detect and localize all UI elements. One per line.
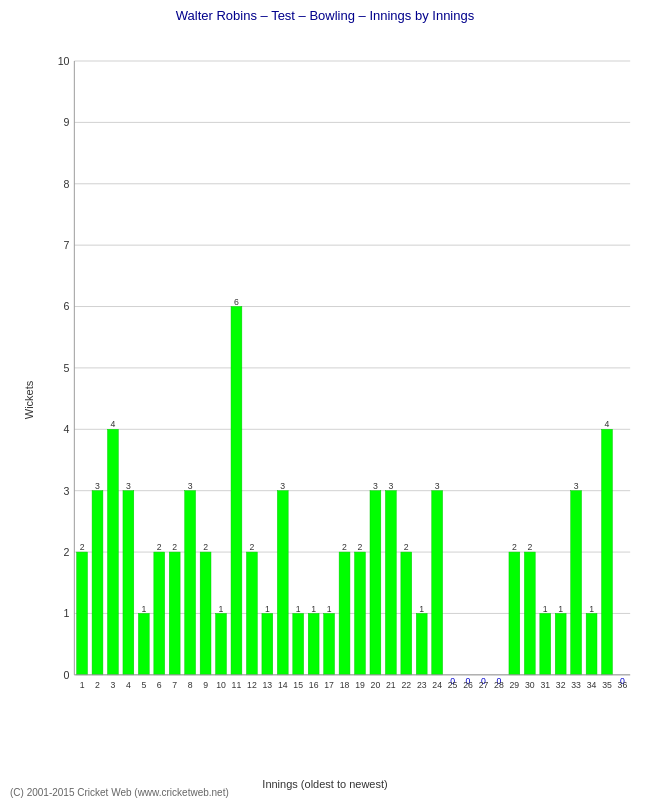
svg-text:33: 33	[571, 680, 581, 690]
svg-text:1: 1	[64, 607, 70, 619]
svg-text:31: 31	[540, 680, 550, 690]
svg-text:1: 1	[327, 604, 332, 614]
svg-rect-79	[370, 491, 381, 675]
svg-rect-64	[293, 613, 304, 674]
svg-text:20: 20	[371, 680, 381, 690]
svg-text:6: 6	[234, 297, 239, 307]
svg-rect-28	[108, 429, 119, 675]
svg-text:26: 26	[463, 680, 473, 690]
svg-rect-34	[138, 613, 149, 674]
chart-svg: 0123456789102132433415262738291106112121…	[55, 40, 635, 720]
svg-text:8: 8	[64, 178, 70, 190]
svg-text:3: 3	[435, 481, 440, 491]
svg-rect-102	[509, 552, 520, 675]
svg-text:14: 14	[278, 680, 288, 690]
svg-text:3: 3	[188, 481, 193, 491]
svg-text:10: 10	[216, 680, 226, 690]
svg-text:5: 5	[64, 362, 70, 374]
svg-text:10: 10	[58, 55, 70, 67]
svg-text:4: 4	[64, 423, 70, 435]
svg-text:1: 1	[589, 604, 594, 614]
svg-rect-73	[339, 552, 350, 675]
svg-text:3: 3	[373, 481, 378, 491]
svg-text:3: 3	[388, 481, 393, 491]
svg-text:2: 2	[203, 542, 208, 552]
svg-text:7: 7	[64, 239, 70, 251]
svg-text:30: 30	[525, 680, 535, 690]
svg-rect-82	[385, 491, 396, 675]
svg-rect-31	[123, 491, 134, 675]
chart-area: 0123456789102132433415262738291106112121…	[55, 40, 635, 720]
svg-text:2: 2	[527, 542, 532, 552]
svg-text:8: 8	[188, 680, 193, 690]
svg-text:21: 21	[386, 680, 396, 690]
svg-text:2: 2	[157, 542, 162, 552]
svg-rect-49	[216, 613, 227, 674]
svg-text:2: 2	[404, 542, 409, 552]
svg-text:4: 4	[605, 419, 610, 429]
svg-text:6: 6	[64, 300, 70, 312]
svg-text:3: 3	[64, 485, 70, 497]
svg-text:9: 9	[64, 116, 70, 128]
svg-rect-117	[586, 613, 597, 674]
svg-text:23: 23	[417, 680, 427, 690]
svg-text:35: 35	[602, 680, 612, 690]
svg-rect-40	[169, 552, 180, 675]
svg-text:27: 27	[479, 680, 489, 690]
svg-rect-37	[154, 552, 165, 675]
svg-text:28: 28	[494, 680, 504, 690]
svg-text:1: 1	[141, 604, 146, 614]
svg-rect-46	[200, 552, 211, 675]
svg-text:2: 2	[342, 542, 347, 552]
svg-rect-91	[432, 491, 443, 675]
chart-title: Walter Robins – Test – Bowling – Innings…	[0, 0, 650, 27]
svg-text:1: 1	[80, 680, 85, 690]
svg-text:1: 1	[219, 604, 224, 614]
chart-container: Walter Robins – Test – Bowling – Innings…	[0, 0, 650, 800]
svg-text:1: 1	[296, 604, 301, 614]
y-axis-label: Wickets	[23, 381, 35, 420]
svg-text:3: 3	[95, 481, 100, 491]
svg-text:2: 2	[358, 542, 363, 552]
svg-text:16: 16	[309, 680, 319, 690]
svg-rect-88	[416, 613, 427, 674]
svg-text:5: 5	[141, 680, 146, 690]
svg-rect-108	[540, 613, 551, 674]
svg-text:1: 1	[419, 604, 424, 614]
svg-rect-70	[324, 613, 335, 674]
svg-text:25: 25	[448, 680, 458, 690]
svg-text:24: 24	[432, 680, 442, 690]
svg-text:22: 22	[401, 680, 411, 690]
svg-text:19: 19	[355, 680, 365, 690]
svg-text:2: 2	[172, 542, 177, 552]
svg-text:2: 2	[249, 542, 254, 552]
svg-text:32: 32	[556, 680, 566, 690]
svg-text:13: 13	[262, 680, 272, 690]
svg-text:2: 2	[64, 546, 70, 558]
x-axis-label: Innings (oldest to newest)	[262, 778, 387, 790]
svg-text:1: 1	[311, 604, 316, 614]
svg-rect-120	[602, 429, 613, 675]
svg-rect-58	[262, 613, 273, 674]
svg-text:4: 4	[126, 680, 131, 690]
svg-rect-25	[92, 491, 103, 675]
svg-rect-22	[77, 552, 88, 675]
svg-text:3: 3	[126, 481, 131, 491]
svg-text:11: 11	[232, 680, 242, 690]
svg-text:1: 1	[265, 604, 270, 614]
svg-text:2: 2	[512, 542, 517, 552]
svg-text:12: 12	[247, 680, 257, 690]
svg-text:0: 0	[64, 669, 70, 681]
svg-text:6: 6	[157, 680, 162, 690]
svg-rect-105	[524, 552, 535, 675]
svg-rect-43	[185, 491, 196, 675]
svg-text:9: 9	[203, 680, 208, 690]
svg-text:17: 17	[324, 680, 334, 690]
svg-text:2: 2	[80, 542, 85, 552]
svg-text:1: 1	[558, 604, 563, 614]
svg-rect-76	[355, 552, 366, 675]
svg-rect-55	[246, 552, 257, 675]
copyright-text: (C) 2001-2015 Cricket Web (www.cricketwe…	[10, 787, 229, 798]
svg-rect-114	[571, 491, 582, 675]
svg-text:7: 7	[172, 680, 177, 690]
